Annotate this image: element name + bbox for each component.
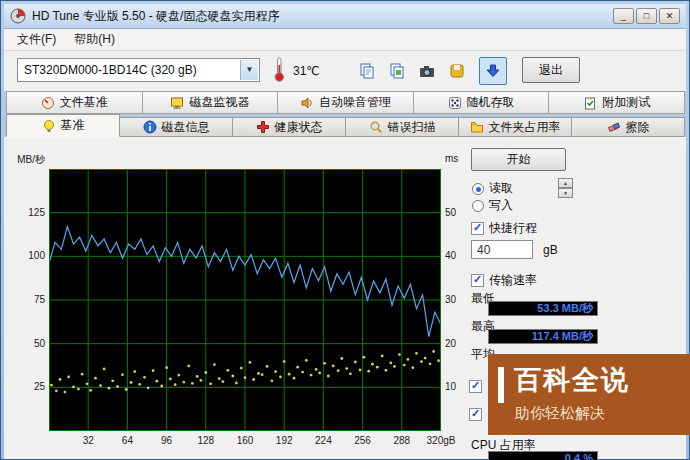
menu-item-2[interactable]: 帮助(H) <box>65 29 124 50</box>
main-tab-row: 基准磁盘信息健康状态错误扫描文件夹占用率擦除 <box>6 114 684 137</box>
transfer-rate-label: 传输速率 <box>489 272 537 289</box>
main-tab-1[interactable]: 基准 <box>6 114 120 137</box>
value-spinner[interactable]: ▲ ▼ <box>558 178 573 198</box>
benchmark-plot <box>49 169 441 431</box>
burst-rate-checkbox[interactable] <box>469 408 482 421</box>
top-tab-label: 随机存取 <box>467 94 515 111</box>
benchmark-icon <box>42 119 56 133</box>
watermark-subtitle: 助你轻松解决 <box>515 404 605 423</box>
spinner-down-icon[interactable]: ▼ <box>558 188 573 198</box>
short-stroke-input[interactable]: 40 <box>471 240 533 259</box>
menubar: 文件(F)帮助(H) <box>4 29 686 51</box>
top-tab-1[interactable]: 文件基准 <box>6 91 143 114</box>
minimize-button[interactable]: _ <box>613 8 634 24</box>
download-icon[interactable] <box>479 57 507 85</box>
transfer-rate-checkbox[interactable]: 传输速率 <box>471 272 537 289</box>
main-tab-label: 基准 <box>61 117 85 134</box>
file-benchmark-icon <box>41 96 55 110</box>
short-stroke-checkbox[interactable]: 快捷行程 <box>471 220 537 237</box>
max-value: 117.4 MB/秒 <box>488 329 598 344</box>
main-tab-label: 健康状态 <box>275 119 323 136</box>
drive-selector[interactable]: ST320DM000-1BD14C (320 gB) ▼ <box>17 58 260 82</box>
top-tab-label: 磁盘监视器 <box>189 94 249 111</box>
maximize-button[interactable]: □ <box>636 8 657 24</box>
top-tab-2[interactable]: 磁盘监视器 <box>142 91 279 114</box>
main-tab-label: 擦除 <box>626 119 650 136</box>
main-tab-4[interactable]: 错误扫描 <box>345 117 459 137</box>
feature-tab-row: 文件基准磁盘监视器自动噪音管理随机存取附加测试 <box>6 91 684 114</box>
acoustic-management-icon <box>300 96 314 110</box>
watermark-overlay: 百科全说 助你轻松解决 <box>488 354 690 435</box>
write-radio[interactable]: 写入 <box>472 197 513 214</box>
top-tab-label: 附加测试 <box>602 94 650 111</box>
disk-monitor-icon <box>170 96 184 110</box>
main-tab-label: 文件夹占用率 <box>489 119 561 136</box>
watermark-title: 百科全说 <box>514 362 630 398</box>
radio-unselected-icon <box>472 200 484 212</box>
spinner-up-icon[interactable]: ▲ <box>558 178 573 188</box>
short-stroke-label: 快捷行程 <box>489 220 537 237</box>
top-tab-5[interactable]: 附加测试 <box>548 91 685 114</box>
titlebar: HD Tune 专业版 5.50 - 硬盘/固态硬盘实用程序 _ □ ✕ <box>4 4 686 29</box>
top-tab-3[interactable]: 自动噪音管理 <box>277 91 414 114</box>
main-tab-6[interactable]: 擦除 <box>571 117 685 137</box>
drive-selector-value: ST320DM000-1BD14C (320 gB) <box>24 63 197 77</box>
random-access-icon <box>448 96 462 110</box>
app-window: HD Tune 专业版 5.50 - 硬盘/固态硬盘实用程序 _ □ ✕ 文件(… <box>0 0 690 460</box>
access-time-checkbox[interactable] <box>469 380 482 393</box>
menu-item-1[interactable]: 文件(F) <box>8 29 65 50</box>
read-radio[interactable]: 读取 <box>472 180 513 197</box>
window-title: HD Tune 专业版 5.50 - 硬盘/固态硬盘实用程序 <box>32 8 613 25</box>
checkbox-checked-icon <box>471 222 484 235</box>
main-tab-2[interactable]: 磁盘信息 <box>119 117 233 137</box>
start-button[interactable]: 开始 <box>471 148 566 171</box>
close-button[interactable]: ✕ <box>659 8 680 24</box>
write-label: 写入 <box>489 197 513 214</box>
extra-tests-icon <box>583 96 597 110</box>
top-tab-4[interactable]: 随机存取 <box>413 91 550 114</box>
checkbox-checked-icon <box>471 274 484 287</box>
watermark-bar <box>498 367 504 403</box>
disk-info-icon <box>143 120 157 134</box>
main-tab-label: 磁盘信息 <box>162 119 210 136</box>
main-tab-3[interactable]: 健康状态 <box>232 117 346 137</box>
chevron-down-icon[interactable]: ▼ <box>240 60 258 80</box>
main-tab-5[interactable]: 文件夹占用率 <box>458 117 572 137</box>
folder-usage-icon <box>470 120 484 134</box>
thermometer-icon <box>273 56 286 82</box>
min-value: 53.3 MB/秒 <box>488 301 598 316</box>
exit-button[interactable]: 退出 <box>522 57 580 83</box>
health-icon <box>256 120 270 134</box>
temperature-value: 31℃ <box>293 64 320 78</box>
error-scan-icon <box>369 120 383 134</box>
save-icon[interactable] <box>443 57 471 85</box>
top-tab-label: 文件基准 <box>60 94 108 111</box>
main-tab-label: 错误扫描 <box>388 119 436 136</box>
copy-image-icon[interactable] <box>383 57 411 85</box>
screenshot-icon[interactable] <box>413 57 441 85</box>
read-label: 读取 <box>489 180 513 197</box>
copy-text-icon[interactable] <box>353 57 381 85</box>
cpu-usage-value: 0.4 % <box>488 451 598 460</box>
app-icon <box>10 8 26 24</box>
short-stroke-unit: gB <box>543 243 558 257</box>
radio-selected-icon <box>472 183 484 195</box>
top-tab-label: 自动噪音管理 <box>319 94 391 111</box>
erase-icon <box>607 120 621 134</box>
